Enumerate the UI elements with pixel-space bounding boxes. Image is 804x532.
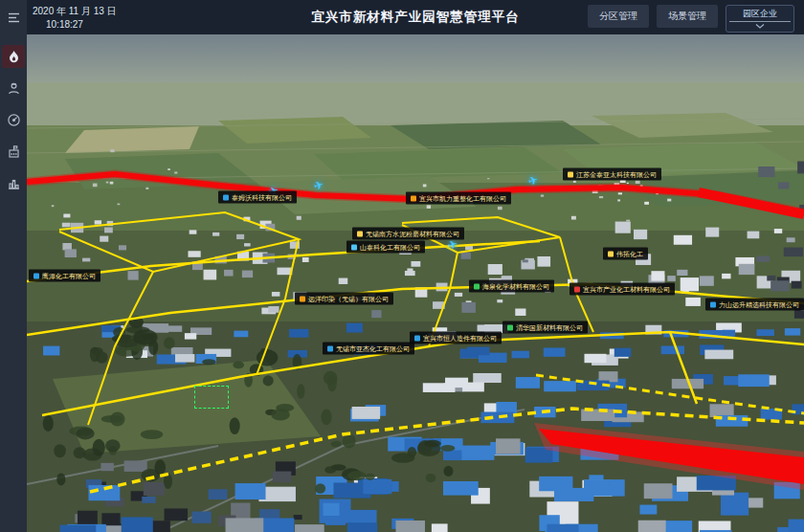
company-marker-icon: [474, 283, 480, 289]
company-label[interactable]: 宜兴市产业化工材料有限公司: [570, 283, 675, 296]
company-marker-icon: [357, 231, 363, 236]
top-header: 2020 年 11 月 13 日 10:18:27 宜兴市新材料产业园智慧管理平…: [0, 0, 804, 34]
company-marker-icon: [608, 251, 614, 256]
map-3d-viewport[interactable]: 泰姆沃科技有限公司宜兴市凯力重整化工有限公司无锡南方水泥粉磨材料有限公司山泰科化…: [27, 34, 804, 532]
park-enterprise-dropdown[interactable]: 园区企业: [726, 5, 794, 33]
company-label-text: 鹰潭化工有限公司: [42, 273, 96, 279]
company-marker-icon: [411, 195, 416, 201]
header-actions: 分区管理 场景管理 园区企业: [588, 5, 794, 33]
company-label-text: 宜兴市恒人造件有限公司: [423, 335, 497, 342]
left-sidebar: [0, 0, 27, 532]
worker-icon[interactable]: [2, 77, 25, 100]
company-marker-icon: [300, 296, 305, 301]
company-marker-icon: [327, 345, 333, 351]
chevron-down-icon: [755, 24, 765, 29]
dropdown-label: 园区企业: [726, 6, 793, 21]
current-time: 10:18:27: [46, 19, 83, 30]
company-label-text: 力山远升精选科技有限公司: [719, 301, 799, 308]
scene-management-button[interactable]: 场景管理: [657, 5, 718, 28]
company-label-text: 无锡市亚杰化工有限公司: [336, 345, 410, 352]
company-label-text: 山泰科化工有限公司: [360, 244, 420, 251]
company-label[interactable]: 山泰科化工有限公司: [346, 241, 425, 254]
company-label[interactable]: 无锡南方水泥粉磨材料有限公司: [352, 228, 464, 240]
company-label[interactable]: 海泉化学材料有限公司: [469, 280, 554, 293]
company-label-text: 海泉化学材料有限公司: [482, 283, 549, 290]
dropdown-divider: [729, 21, 791, 22]
zone-management-button[interactable]: 分区管理: [588, 5, 649, 28]
company-label[interactable]: 远洋印染（无锡）有限公司: [295, 293, 393, 305]
selection-box: [194, 386, 229, 409]
terrain-canvas: [27, 34, 804, 532]
company-label-text: 宜兴市凯力重整化工有限公司: [419, 195, 506, 202]
gauge-icon[interactable]: [2, 108, 25, 131]
company-label-text: 清华国新材料有限公司: [516, 324, 583, 331]
company-label[interactable]: 鹰潭化工有限公司: [29, 270, 100, 282]
company-label-text: 伟拓化工: [616, 251, 643, 257]
company-label[interactable]: 无锡市亚杰化工有限公司: [323, 343, 414, 355]
company-label-text: 远洋印染（无锡）有限公司: [308, 296, 389, 302]
company-marker-icon: [223, 194, 229, 200]
company-label[interactable]: 宜兴市凯力重整化工有限公司: [406, 192, 511, 205]
company-marker-icon: [414, 335, 420, 341]
company-label-text: 江苏金泰亚太科技有限公司: [576, 171, 657, 178]
company-label[interactable]: 泰姆沃科技有限公司: [218, 191, 297, 204]
menu-icon[interactable]: [2, 6, 25, 29]
company-label[interactable]: 伟拓化工: [603, 248, 648, 260]
app-window: 2020 年 11 月 13 日 10:18:27 宜兴市新材料产业园智慧管理平…: [0, 0, 804, 532]
company-marker-icon: [351, 244, 357, 250]
company-label-text: 无锡南方水泥粉磨材料有限公司: [366, 231, 459, 237]
company-label[interactable]: 清华国新材料有限公司: [502, 321, 588, 334]
company-marker-icon: [507, 324, 513, 330]
page-title: 宜兴市新材料产业园智慧管理平台: [311, 9, 520, 26]
company-label-text: 泰姆沃科技有限公司: [232, 194, 292, 201]
bank-icon[interactable]: [2, 140, 25, 163]
company-label-text: 宜兴市产业化工材料有限公司: [583, 286, 670, 293]
company-label[interactable]: 宜兴市恒人造件有限公司: [410, 332, 502, 344]
current-date: 2020 年 11 月 13 日: [33, 5, 117, 18]
company-marker-icon: [574, 286, 580, 292]
factory-icon[interactable]: [2, 171, 25, 194]
company-marker-icon: [710, 301, 716, 307]
company-marker-icon: [568, 171, 573, 177]
company-label[interactable]: 力山远升精选科技有限公司: [705, 299, 804, 311]
company-marker-icon: [34, 273, 39, 278]
fire-icon[interactable]: [2, 45, 25, 68]
company-label[interactable]: 江苏金泰亚太科技有限公司: [563, 168, 661, 181]
